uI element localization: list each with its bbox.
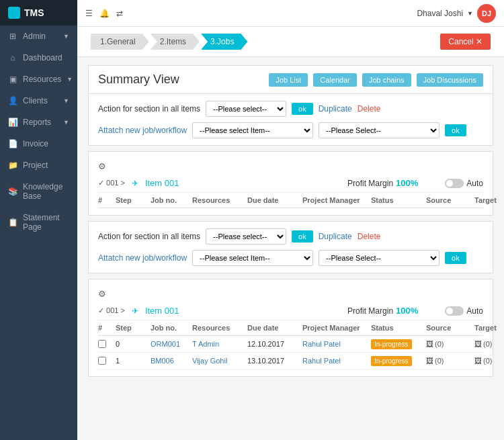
col2-jobno: Job no.: [151, 324, 191, 332]
job-chains-button[interactable]: Job chains: [362, 73, 411, 87]
gear-row-1: ⚙: [98, 159, 483, 174]
cell-target-0: 🖼 (0): [474, 340, 504, 348]
item-select-1[interactable]: --Please select Item--: [192, 122, 313, 138]
topbar-icons: ☰ 🔔 ⇄: [85, 9, 123, 18]
cell-manager-0[interactable]: Rahul Patel: [302, 340, 370, 348]
main-content: 1.General 2.Items 3.Jobs Cancel ✕ Summar…: [77, 27, 504, 440]
bell-icon[interactable]: 🔔: [99, 9, 110, 18]
job-list-button[interactable]: Job List: [269, 73, 308, 87]
step-general[interactable]: 1.General: [91, 34, 149, 50]
cell-duedate-1: 13.10.2017: [247, 357, 301, 365]
profit-value-2: 100%: [396, 306, 418, 316]
cell-target-1: 🖼 (0): [474, 357, 504, 365]
status-text-0: In-progress: [371, 339, 412, 349]
sidebar-item-reports[interactable]: 📊 Reports ▼: [0, 112, 77, 133]
attach-ok-2[interactable]: ok: [445, 252, 466, 264]
section-1: Action for section in all items --Please…: [88, 93, 493, 146]
summary-title: Summary View: [98, 73, 263, 87]
sidebar-item-clients[interactable]: 👤 Clients ▼: [0, 90, 77, 112]
duplicate-button-1[interactable]: Duplicate: [319, 104, 352, 114]
sidebar-item-knowledge[interactable]: 📚 Knowledge Base: [0, 176, 77, 207]
col-step: Step: [116, 196, 149, 204]
cell-step-1: 1: [116, 357, 149, 365]
col2-status: Status: [371, 324, 425, 332]
col2-step: Step: [116, 324, 149, 332]
col2-target: Target: [474, 324, 504, 332]
attach-ok-1[interactable]: ok: [445, 124, 466, 136]
item-icon-2: ✈: [132, 306, 138, 316]
sidebar-item-project[interactable]: 📁 Project: [0, 155, 77, 176]
action-select-2[interactable]: --Please select--: [206, 228, 286, 245]
col-status: Status: [371, 196, 425, 204]
dropdown-icon[interactable]: ▼: [467, 10, 473, 17]
item-link-2[interactable]: Item 001: [145, 306, 179, 316]
delete-button-2[interactable]: Delete: [358, 232, 381, 241]
duplicate-button-2[interactable]: Duplicate: [319, 232, 352, 241]
calendar-button[interactable]: Calendar: [313, 73, 357, 87]
table-row: 1 BM006 Vijay Gohil 13.10.2017 Rahul Pat…: [98, 353, 483, 369]
cell-resources-1[interactable]: Vijay Gohil: [192, 357, 246, 365]
chevron-icon: ▼: [67, 76, 73, 83]
toggle-2[interactable]: [445, 306, 464, 316]
cell-jobno-0[interactable]: ORM001: [151, 340, 191, 348]
topbar: ☰ 🔔 ⇄ Dhaval Joshi ▼ DJ: [77, 0, 504, 27]
cell-resources-0[interactable]: T Admin: [192, 340, 246, 348]
logo-icon: [8, 7, 20, 19]
sidebar-label-knowledge: Knowledge Base: [23, 182, 69, 201]
ok-button-2[interactable]: ok: [292, 230, 313, 243]
grid-icon: ⊞: [8, 32, 17, 41]
toggle-1[interactable]: [445, 179, 464, 188]
sidebar-label-reports: Reports: [23, 118, 51, 127]
menu-icon[interactable]: ☰: [85, 9, 93, 18]
col2-duedate: Due date: [247, 324, 301, 332]
cell-source-1: 🖼 (0): [426, 357, 473, 365]
cell-jobno-1[interactable]: BM006: [151, 357, 191, 365]
row-checkbox-0[interactable]: [98, 340, 106, 348]
profit-label-1: Profit Margin: [347, 179, 393, 188]
cell-manager-1[interactable]: Rahul Patel: [302, 357, 370, 365]
box-icon: ▣: [8, 75, 17, 84]
section-2: Action for section in all items --Please…: [88, 221, 493, 273]
expand-1[interactable]: ✓ 001 >: [98, 179, 125, 187]
chart-icon: 📊: [8, 118, 17, 127]
select2-2[interactable]: --Please Select--: [319, 250, 439, 266]
sidebar-item-statement[interactable]: 📋 Statement Page: [0, 207, 77, 238]
sidebar-item-dashboard[interactable]: ⌂ Dashboard: [0, 47, 77, 69]
col2-resources: Resources: [192, 324, 246, 332]
sidebar-item-admin[interactable]: ⊞ Admin ▼: [0, 26, 77, 47]
profit-label-2: Profit Margin: [347, 306, 393, 316]
attach-link-1[interactable]: Attatch new job/workflow: [98, 126, 187, 135]
step-items[interactable]: 2.Items: [151, 34, 200, 50]
col-hash: #: [98, 196, 114, 204]
select2-1[interactable]: --Please Select--: [319, 122, 439, 138]
sidebar-item-invoice[interactable]: 📄 Invoice: [0, 133, 77, 155]
profit-value-1: 100%: [396, 178, 418, 188]
content-area: Summary View Job List Calendar Job chain…: [77, 57, 504, 390]
row-checkbox-1[interactable]: [98, 357, 106, 365]
col2-hash: #: [98, 324, 114, 332]
summary-header: Summary View Job List Calendar Job chain…: [88, 65, 493, 93]
delete-button-1[interactable]: Delete: [358, 104, 381, 114]
job-discussions-button[interactable]: Job Discussions: [417, 73, 483, 87]
users-icon: 👤: [8, 96, 17, 105]
sidebar-item-resources[interactable]: ▣ Resources ▼: [0, 69, 77, 90]
ok-button-1[interactable]: ok: [292, 103, 313, 115]
share-icon[interactable]: ⇄: [116, 9, 123, 18]
action-select-1[interactable]: --Please select--: [206, 101, 286, 117]
gear-row-2: ⚙: [98, 286, 483, 302]
book-icon: 📚: [8, 187, 17, 196]
attach-link-2[interactable]: Attatch new job/workflow: [98, 253, 187, 263]
section-1-attach-row: Attatch new job/workflow --Please select…: [98, 122, 483, 138]
item-select-2[interactable]: --Please select Item--: [192, 250, 313, 266]
sidebar-label-resources: Resources: [23, 75, 61, 84]
auto-label-2: Auto: [466, 306, 483, 316]
step-jobs[interactable]: 3.Jobs: [201, 34, 247, 50]
col-source: Source: [426, 196, 473, 204]
item-block-2: ⚙ ✓ 001 > ✈ Item 001 Profit Margin 100% …: [88, 279, 493, 377]
item-link-1[interactable]: Item 001: [145, 178, 179, 188]
cancel-button[interactable]: Cancel ✕: [440, 34, 491, 50]
item-header-2: ✓ 001 > ✈ Item 001 Profit Margin 100% Au…: [98, 302, 483, 320]
col-jobno: Job no.: [151, 196, 191, 204]
section-2-attach-row: Attatch new job/workflow --Please select…: [98, 250, 483, 266]
expand-2[interactable]: ✓ 001 >: [98, 306, 125, 315]
